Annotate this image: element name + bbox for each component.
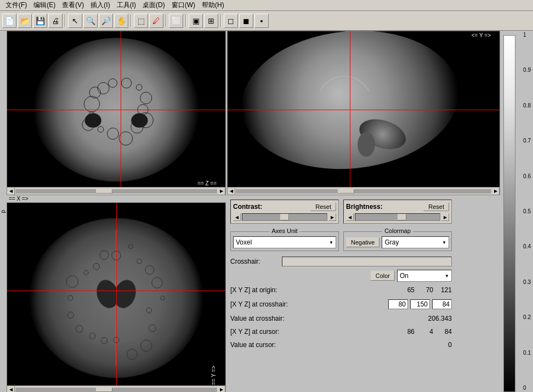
zoom-in-button[interactable]: 🔍 (83, 14, 98, 28)
value-crosshair-label: Value at crosshair: (230, 315, 408, 322)
crosshair-y-input[interactable] (410, 299, 430, 309)
save-button[interactable]: 💾 (33, 14, 47, 28)
color-arrow-icon: ▼ (445, 274, 449, 279)
brightness-right-arrow[interactable]: ▶ (441, 213, 449, 221)
colormap-dropdown[interactable]: Gray ▼ (382, 236, 449, 248)
pan-button[interactable]: ✋ (114, 14, 128, 28)
contrast-label: Contrast: (233, 203, 262, 211)
left-indicator: d (0, 31, 7, 392)
controls-panel: Contrast: Reset ◀ ▶ (226, 195, 456, 392)
sagittal-hscroll[interactable]: ◀ ▶ (228, 187, 500, 195)
crosshair-x-input[interactable] (388, 299, 408, 309)
color-dropdown[interactable]: On ▼ (397, 270, 452, 282)
contrast-thumb[interactable] (280, 214, 289, 220)
coronal-canvas (7, 31, 225, 195)
axial-scroll-track (15, 388, 217, 392)
view-sagittal[interactable]: <= Y => ◀ ▶ (227, 31, 500, 195)
axes-colormap-row: Axes Unit Voxel ▼ Colormap Negative Gray (230, 227, 452, 251)
toolbar: 📄 📂 💾 🖨 ↖ 🔍 🔎 ✋ ⬚ 🖊 ⬜ ▣ ⊞ ◻ ◼ ▪ (0, 11, 533, 31)
origin-x: 65 (398, 286, 415, 294)
open-button[interactable]: 📂 (18, 14, 32, 28)
colorbar-gradient (503, 35, 515, 392)
color-button[interactable]: Color (371, 271, 395, 281)
menu-tools[interactable]: 工具(I) (114, 0, 139, 10)
colormap-section: Colormap Negative Gray ▼ (343, 231, 452, 251)
paint-button[interactable]: 🖊 (149, 14, 163, 28)
sagittal-scroll-thumb[interactable] (338, 189, 354, 194)
crosshair-z-input[interactable] (432, 299, 452, 309)
contrast-brightness-row: Contrast: Reset ◀ ▶ (230, 200, 452, 224)
axial-scroll-thumb[interactable] (96, 388, 112, 392)
menu-help[interactable]: 帮助(H) (199, 0, 228, 10)
cursor-label: [X Y Z] at cursor: (230, 328, 398, 336)
scroll-left-btn[interactable]: ◀ (7, 188, 15, 195)
view-coronal[interactable]: == Z == ◀ ▶ (7, 31, 226, 195)
scroll-thumb[interactable] (96, 189, 112, 194)
cursor-values: 86 4 84 (398, 328, 452, 336)
brightness-left-arrow[interactable]: ◀ (346, 213, 354, 221)
menu-insert[interactable]: 插入(I) (87, 0, 113, 10)
new-button[interactable]: 📄 (2, 14, 16, 28)
value-cursor-value: 0 (408, 341, 452, 349)
axes-unit-title: Axes Unit (269, 228, 299, 234)
brightness-reset-button[interactable]: Reset (423, 202, 449, 211)
views-area: == Z == ◀ ▶ <= Y => (7, 31, 500, 392)
separator-3 (166, 15, 167, 27)
view-axial[interactable]: == Y => ◀ ▶ (7, 202, 226, 392)
coronal-hscroll[interactable]: ◀ ▶ (7, 187, 225, 195)
origin-z: 121 (435, 286, 452, 294)
crosshair-row: Crosshair: (230, 257, 452, 266)
contrast-track[interactable] (242, 213, 327, 221)
contrast-right-arrow[interactable]: ▶ (328, 213, 336, 221)
crosshair-horizontal-coronal (7, 110, 225, 110)
colormap-controls-row: Negative Gray ▼ (346, 236, 449, 248)
origin-y: 70 (417, 286, 433, 294)
zoom-out-button[interactable]: 🔎 (99, 14, 113, 28)
menu-file[interactable]: 文件(F) (2, 0, 30, 10)
value-crosshair-row: Value at crosshair: 206.343 (230, 314, 452, 323)
select-button[interactable]: ⬚ (134, 14, 148, 28)
colormap-title: Colormap (382, 228, 413, 234)
menu-window[interactable]: 窗口(W) (168, 0, 199, 10)
value-cursor-row: Value at cursor: 0 (230, 340, 452, 350)
crosshair-vertical-coronal (121, 31, 121, 195)
box1-button[interactable]: ◻ (224, 14, 238, 28)
colorbar-label-5: 0.6 (523, 173, 531, 179)
crosshair-vertical-axial (116, 203, 117, 392)
color-row: Color On ▼ (230, 270, 452, 282)
scroll-track (15, 189, 217, 194)
axial-hscroll[interactable]: ◀ ▶ (7, 385, 225, 392)
print-button[interactable]: 🖨 (48, 14, 63, 28)
display1-button[interactable]: ▣ (189, 14, 203, 28)
axial-scroll-right-btn[interactable]: ▶ (218, 386, 225, 393)
brightness-track[interactable] (355, 213, 440, 221)
menu-view[interactable]: 查看(V) (59, 0, 87, 10)
sagittal-scroll-track (236, 189, 491, 194)
crosshair-xyz-row: [X Y Z] at crosshair: (230, 298, 452, 310)
display2-button[interactable]: ⊞ (204, 14, 218, 28)
menu-desktop[interactable]: 桌面(D) (139, 0, 168, 10)
x-axis-label: == X => (7, 195, 226, 202)
separator-2 (131, 15, 132, 27)
axes-unit-value: Voxel (236, 238, 252, 246)
box3-button[interactable]: ▪ (254, 14, 269, 28)
pointer-button[interactable]: ↖ (68, 14, 82, 28)
frame-button[interactable]: ⬜ (169, 14, 183, 28)
brightness-thumb[interactable] (398, 214, 406, 220)
contrast-reset-button[interactable]: Reset (310, 202, 336, 211)
sagittal-scroll-right-btn[interactable]: ▶ (492, 188, 500, 195)
menu-edit[interactable]: 编辑(E) (30, 0, 59, 10)
sagittal-scroll-left-btn[interactable]: ◀ (228, 188, 235, 195)
colorbar-label-10: 0.1 (523, 350, 531, 356)
scroll-right-btn[interactable]: ▶ (218, 188, 225, 195)
box2-button[interactable]: ◼ (239, 14, 253, 28)
contrast-slider-row: ◀ ▶ (233, 213, 336, 221)
contrast-left-arrow[interactable]: ◀ (233, 213, 241, 221)
colormap-value: Gray (384, 238, 399, 246)
axes-unit-dropdown[interactable]: Voxel ▼ (233, 236, 336, 248)
cursor-x: 86 (398, 328, 415, 336)
negative-button[interactable]: Negative (346, 237, 379, 247)
brightness-header: Brightness: Reset (346, 202, 449, 211)
axial-scroll-left-btn[interactable]: ◀ (7, 386, 15, 393)
brightness-label: Brightness: (346, 203, 383, 211)
